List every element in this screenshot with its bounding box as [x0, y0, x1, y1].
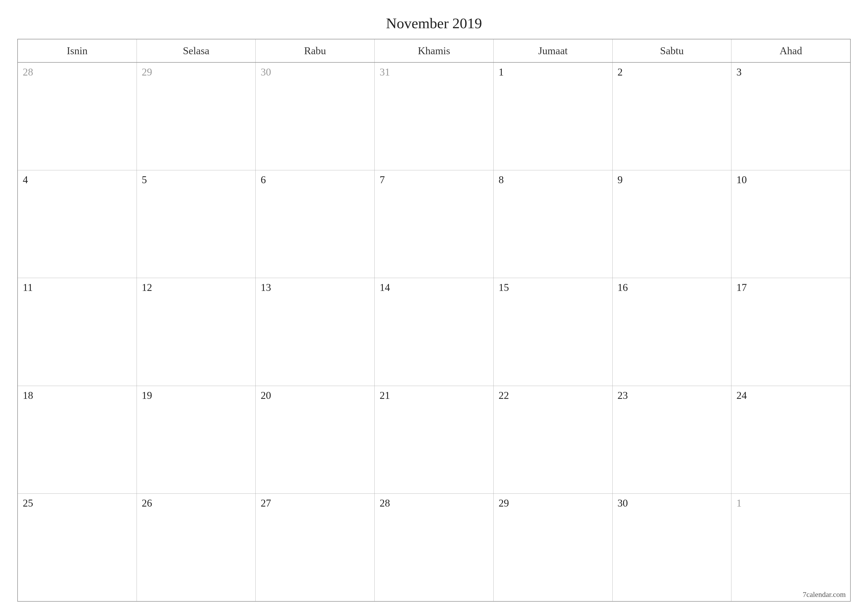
day-cell: 6: [256, 170, 375, 278]
day-number: 5: [142, 174, 251, 186]
day-number: 9: [618, 174, 727, 186]
day-number: 15: [499, 281, 608, 294]
day-cell: 16: [613, 278, 732, 385]
day-number: 29: [142, 66, 251, 78]
day-cell: 11: [18, 278, 137, 385]
day-cell: 19: [137, 386, 256, 493]
weekday-header: Selasa: [137, 39, 256, 62]
day-cell: 15: [494, 278, 613, 385]
day-cell: 31: [375, 63, 494, 170]
day-cell: 13: [256, 278, 375, 385]
day-number: 14: [380, 281, 488, 294]
day-cell: 12: [137, 278, 256, 385]
day-cell: 30: [256, 63, 375, 170]
weekday-header: Rabu: [256, 39, 375, 62]
day-number: 4: [23, 174, 132, 186]
day-number: 1: [499, 66, 608, 78]
day-cell: 30: [613, 494, 732, 601]
week-row: 45678910: [18, 170, 850, 278]
day-number: 19: [142, 389, 251, 401]
day-cell: 7: [375, 170, 494, 278]
weekday-header: Khamis: [375, 39, 494, 62]
weekday-header: Ahad: [732, 39, 850, 62]
day-cell: 14: [375, 278, 494, 385]
day-number: 22: [499, 389, 608, 401]
day-number: 20: [260, 389, 369, 401]
day-cell: 23: [613, 386, 732, 493]
week-row: 11121314151617: [18, 278, 850, 386]
day-cell: 25: [18, 494, 137, 601]
day-number: 21: [380, 389, 488, 401]
weeks-container: 2829303112345678910111213141516171819202…: [18, 63, 850, 601]
day-number: 28: [380, 497, 488, 509]
day-number: 24: [736, 389, 845, 401]
day-cell: 29: [137, 63, 256, 170]
day-number: 30: [618, 497, 727, 509]
day-cell: 26: [137, 494, 256, 601]
day-number: 6: [260, 174, 369, 186]
week-row: 2526272829301: [18, 494, 850, 601]
day-cell: 22: [494, 386, 613, 493]
day-number: 29: [499, 497, 608, 509]
day-cell: 27: [256, 494, 375, 601]
day-cell: 5: [137, 170, 256, 278]
day-cell: 28: [375, 494, 494, 601]
day-number: 28: [23, 66, 132, 78]
day-cell: 10: [732, 170, 850, 278]
day-number: 12: [142, 281, 251, 294]
calendar-title: November 2019: [17, 15, 851, 32]
day-number: 23: [618, 389, 727, 401]
day-number: 11: [23, 281, 132, 294]
day-cell: 29: [494, 494, 613, 601]
day-number: 3: [736, 66, 845, 78]
day-cell: 9: [613, 170, 732, 278]
weekday-header-row: IsninSelasaRabuKhamisJumaatSabtuAhad: [18, 39, 850, 63]
day-number: 2: [618, 66, 727, 78]
day-number: 1: [736, 497, 845, 509]
day-number: 25: [23, 497, 132, 509]
weekday-header: Isnin: [18, 39, 137, 62]
day-number: 26: [142, 497, 251, 509]
day-number: 7: [380, 174, 488, 186]
day-number: 16: [618, 281, 727, 294]
day-number: 30: [260, 66, 369, 78]
day-number: 13: [260, 281, 369, 294]
day-number: 17: [736, 281, 845, 294]
week-row: 18192021222324: [18, 386, 850, 494]
day-cell: 28: [18, 63, 137, 170]
day-cell: 24: [732, 386, 850, 493]
calendar-grid: IsninSelasaRabuKhamisJumaatSabtuAhad 282…: [17, 39, 851, 602]
day-cell: 17: [732, 278, 850, 385]
day-cell: 20: [256, 386, 375, 493]
day-cell: 3: [732, 63, 850, 170]
weekday-header: Sabtu: [613, 39, 732, 62]
day-cell: 4: [18, 170, 137, 278]
footer-credit: 7calendar.com: [803, 590, 846, 598]
day-cell: 8: [494, 170, 613, 278]
day-number: 18: [23, 389, 132, 401]
day-cell: 1: [494, 63, 613, 170]
day-cell: 1: [732, 494, 850, 601]
weekday-header: Jumaat: [494, 39, 613, 62]
day-number: 27: [260, 497, 369, 509]
day-number: 10: [736, 174, 845, 186]
day-cell: 2: [613, 63, 732, 170]
week-row: 28293031123: [18, 63, 850, 170]
day-cell: 21: [375, 386, 494, 493]
day-number: 8: [499, 174, 608, 186]
day-number: 31: [380, 66, 488, 78]
day-cell: 18: [18, 386, 137, 493]
